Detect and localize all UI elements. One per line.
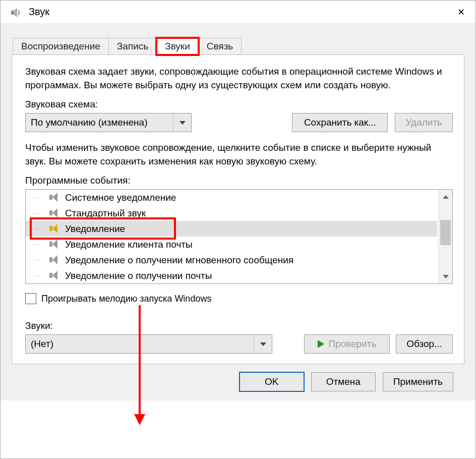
scrollbar[interactable] [438, 190, 452, 283]
sound-scheme-value: По умолчанию (изменена) [31, 117, 148, 128]
speaker-app-icon [10, 6, 22, 18]
tab-panel-sounds: Звуковая схема задает звуки, сопровождаю… [12, 54, 464, 364]
event-label: Уведомление клиента почты [65, 239, 193, 250]
sounds-label: Звуки: [25, 320, 453, 331]
sound-scheme-combo[interactable]: По умолчанию (изменена) [25, 113, 192, 132]
dialog-footer: OK Отмена Применить [12, 364, 464, 400]
tab-playback[interactable]: Воспроизведение [13, 38, 109, 55]
event-label: Уведомление о получении почты [65, 270, 212, 281]
speaker-icon [48, 255, 60, 265]
svg-marker-1 [14, 8, 17, 17]
annotation-highlight [30, 217, 176, 240]
scroll-up-button[interactable] [439, 190, 452, 204]
sound-file-combo[interactable]: (Нет) [25, 334, 272, 354]
browse-button[interactable]: Обзор... [396, 334, 453, 354]
scroll-down-button[interactable] [439, 269, 452, 283]
apply-button[interactable]: Применить [383, 372, 453, 391]
events-description: Чтобы изменить звуковое сопровождение, щ… [25, 141, 453, 168]
dialog-body: Воспроизведение Запись Звуки Связь Звуко… [1, 24, 475, 400]
tab-bar: Воспроизведение Запись Звуки Связь [13, 38, 464, 55]
test-button: Проверить [304, 334, 390, 354]
cancel-button[interactable]: Отмена [311, 372, 376, 391]
speaker-icon [48, 240, 60, 250]
ok-button[interactable]: OK [240, 372, 304, 391]
delete-button: Удалить [395, 113, 453, 132]
program-events-list[interactable]: ⋯ Системное уведомление ⋯ Стандартный зв… [25, 189, 453, 284]
play-startup-checkbox[interactable] [25, 293, 36, 304]
sound-dialog: Звук Воспроизведение Запись Звуки Связь … [0, 0, 476, 459]
scroll-thumb[interactable] [440, 220, 451, 245]
chevron-down-icon [173, 113, 191, 132]
test-label: Проверить [328, 338, 376, 350]
close-button[interactable] [449, 1, 472, 24]
speaker-icon [48, 271, 60, 281]
tab-recording[interactable]: Запись [108, 38, 157, 55]
event-label: Системное уведомление [65, 192, 176, 203]
speaker-icon [48, 208, 60, 218]
tab-communications[interactable]: Связь [198, 38, 242, 55]
play-startup-label: Проигрывать мелодию запуска Windows [41, 294, 211, 304]
play-icon [318, 340, 324, 348]
event-label: Уведомление о получении мгновенного сооб… [65, 255, 293, 266]
scheme-label: Звуковая схема: [25, 99, 453, 110]
save-as-button[interactable]: Сохранить как... [292, 113, 388, 132]
svg-rect-0 [11, 11, 14, 15]
window-title: Звук [29, 6, 449, 18]
scheme-description: Звуковая схема задает звуки, сопровождаю… [25, 65, 453, 92]
titlebar: Звук [1, 1, 475, 24]
list-item[interactable]: ⋯ Уведомление о получении почты [26, 268, 437, 283]
list-item[interactable]: ⋯ Уведомление о получении мгновенного со… [26, 252, 437, 268]
list-item[interactable]: ⋯ Системное уведомление [26, 190, 437, 205]
sound-file-value: (Нет) [31, 338, 53, 350]
events-label: Программные события: [25, 175, 453, 186]
tab-sounds[interactable]: Звуки [156, 38, 199, 55]
startup-sound-row: Проигрывать мелодию запуска Windows [25, 293, 453, 304]
chevron-down-icon [254, 335, 272, 353]
svg-marker-3 [134, 414, 145, 425]
speaker-icon [48, 193, 60, 203]
